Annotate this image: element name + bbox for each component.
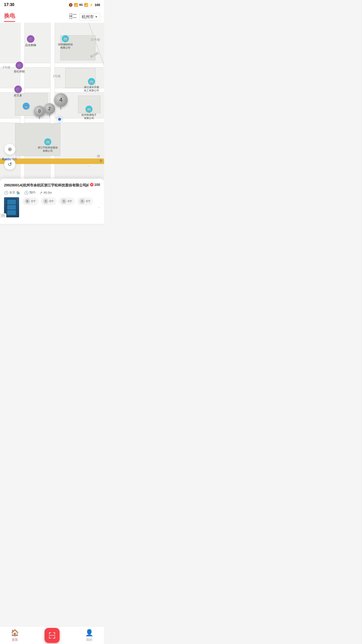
building-block-2 — [65, 68, 96, 88]
station-card: ✕ 100 299280014(杭州市余杭区浙江宇松科技股份有限公司) 🕐 全天… — [0, 179, 104, 224]
svg-rect-0 — [69, 13, 72, 16]
hours-text: 全天 — [9, 190, 15, 195]
distance-info: ↗ 46.0m — [39, 191, 52, 195]
city-selector[interactable]: 杭州市 ▼ — [79, 13, 100, 21]
status-time: 17:30 — [4, 3, 14, 7]
signal-icon: 📶 — [84, 3, 88, 7]
signal-overlay: ✕ 100 — [85, 183, 100, 187]
wifi-icon: 📶 — [74, 3, 78, 7]
refresh-icon: ↺ — [8, 161, 12, 167]
hours-info: 🕐 全天 🏪 — [4, 190, 20, 195]
slot-count-1: 0个 — [31, 199, 36, 204]
slot-count-2: 0个 — [50, 199, 54, 204]
baidu-logo: Baidu 地图 — [2, 157, 17, 161]
fifty-label: 50 — [0, 213, 6, 218]
page-title: 换电 — [4, 12, 15, 22]
building-block-3 — [15, 93, 48, 116]
header: 换电 杭州市 ▼ — [0, 9, 104, 23]
building-num-2: 2号楼 — [3, 65, 10, 70]
slot-item-2: 充 0个 — [40, 197, 57, 205]
slot-item-4: 充 0个 — [77, 197, 93, 205]
city-name: 杭州市 — [82, 14, 94, 20]
signal-x-icon: ✕ — [90, 183, 94, 186]
grid-view-button[interactable] — [69, 13, 76, 20]
slot-count-4: 0个 — [86, 199, 91, 204]
reservation-clock-icon: 🕐 — [24, 191, 28, 195]
road-arrow-left: ← — [83, 157, 86, 162]
expand-arrow[interactable]: - — [98, 205, 100, 210]
road-arrow-right: → — [87, 164, 90, 168]
dropdown-arrow-icon: ▼ — [95, 15, 98, 19]
battery-level: 100 — [95, 3, 100, 7]
slot-type-icon-2: 充 — [43, 198, 49, 204]
battery-percentage: 100 — [94, 183, 100, 187]
map-container[interactable]: ← → 21号楼 2号楼 3号楼 荆大线 🛒 品全购物 🛒 世纪华联 🛒 好又多… — [0, 23, 104, 179]
station-slot-3 — [7, 210, 16, 215]
card-main-content: 换 0个 充 0个 充 0个 充 0个 - — [4, 197, 100, 217]
clock-icon: 🕐 — [4, 191, 8, 195]
locate-button[interactable]: ⊕ — [4, 143, 16, 155]
user-location-dot — [57, 117, 62, 122]
4g-icon: 4G — [79, 3, 83, 6]
building-block-4 — [15, 123, 60, 156]
signal-bar-3 — [87, 184, 88, 186]
reservation-text: 预约 — [29, 190, 35, 195]
ce-text: 测 — [97, 154, 100, 158]
slot-item-3: 充 0个 — [59, 197, 75, 205]
open-icon: 🏪 — [16, 191, 20, 194]
status-bar: 17:30 🔕 📶 4G 📶 ⚡ 100 — [0, 0, 104, 9]
station-info-row: 🕐 全天 🏪 🕐 预约 ↗ 46.0m — [4, 190, 100, 195]
building-block-5 — [78, 96, 101, 113]
reservation-info: 🕐 预约 — [24, 190, 35, 195]
station-slot-1 — [7, 200, 16, 204]
building-num-21: 21号楼 — [91, 38, 100, 42]
slots-grid: 换 0个 充 0个 充 0个 充 0个 — [22, 197, 95, 205]
signal-bar-1 — [85, 185, 86, 186]
slot-type-icon-1: 换 — [25, 198, 30, 204]
signal-bar-4 — [88, 183, 89, 186]
station-img-inner — [6, 198, 17, 216]
mute-icon: 🔕 — [69, 3, 73, 7]
slot-count-3: 0个 — [68, 199, 72, 204]
station-slot-2 — [7, 205, 16, 210]
signal-bar-2 — [86, 184, 87, 186]
locate-icon: ⊕ — [8, 146, 12, 152]
status-icons: 🔕 📶 4G 📶 ⚡ 100 — [69, 3, 100, 7]
slot-type-icon-3: 充 — [61, 198, 67, 204]
slot-type-icon-4: 充 — [79, 198, 85, 204]
slot-item-1: 换 0个 — [22, 197, 38, 205]
building-num-3: 3号楼 — [53, 74, 61, 78]
distance-text: 46.0m — [43, 191, 52, 194]
navigation-icon: ↗ — [39, 191, 42, 195]
signal-bars — [85, 183, 89, 186]
svg-rect-1 — [69, 16, 72, 19]
header-right: 杭州市 ▼ — [69, 13, 100, 21]
charge-icon: ⚡ — [89, 3, 93, 7]
